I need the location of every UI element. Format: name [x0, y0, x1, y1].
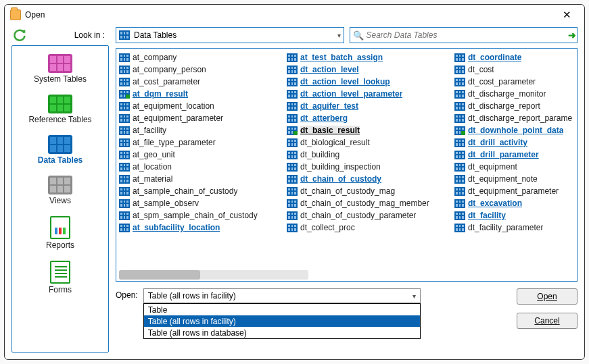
sidebar-item-data-tables[interactable]: Data Tables	[12, 132, 108, 167]
list-item[interactable]: dt_discharge_report	[452, 100, 578, 112]
list-item[interactable]: at_equipment_location	[116, 100, 284, 112]
list-item[interactable]: dt_atterberg	[284, 112, 452, 124]
table-icon	[119, 151, 130, 159]
list-item[interactable]: dt_cost	[452, 63, 578, 76]
list-item[interactable]: dt_equipment_parameter	[452, 185, 578, 197]
table-name: dt_equipment	[468, 162, 517, 172]
sidebar-item-views[interactable]: Views	[12, 173, 108, 208]
list-item[interactable]: dt_downhole_point_data	[452, 124, 578, 136]
list-item[interactable]: dt_basic_result	[284, 124, 452, 136]
open-as-dropdown[interactable]: TableTable (all rows in facility)Table (…	[143, 303, 421, 339]
list-item[interactable]: dt_action_level	[284, 63, 452, 76]
dropdown-option[interactable]: Table (all rows in facility)	[144, 315, 420, 327]
list-item[interactable]: dt_cost_parameter	[452, 76, 578, 88]
table-icon	[454, 211, 465, 220]
list-item[interactable]: at_location	[116, 161, 284, 173]
cancel-button[interactable]: Cancel	[517, 313, 578, 329]
refresh-button[interactable]	[11, 27, 28, 43]
look-in-combo[interactable]: Data Tables ▾	[116, 27, 344, 43]
list-item[interactable]: at_test_batch_assign	[284, 51, 452, 63]
table-icon	[287, 163, 298, 172]
table-icon	[48, 135, 72, 154]
list-item[interactable]: dt_drill_activity	[452, 136, 578, 149]
list-item[interactable]: at_facility	[116, 124, 284, 136]
search-go-icon[interactable]: ➜	[568, 30, 574, 41]
list-item[interactable]: at_cost_parameter	[116, 76, 284, 88]
list-item[interactable]: dt_aquifer_test	[284, 100, 452, 112]
list-item[interactable]: dt_chain_of_custody_parameter	[284, 209, 452, 222]
list-item[interactable]: at_dqm_result	[116, 88, 284, 100]
table-name: dt_biological_result	[300, 138, 370, 147]
list-item[interactable]: at_sample_observ	[116, 197, 284, 209]
table-icon	[454, 53, 465, 62]
sidebar-item-reports[interactable]: Reports	[12, 213, 108, 253]
sidebar-item-system-tables[interactable]: System Tables	[12, 51, 108, 86]
table-icon	[454, 163, 465, 172]
horizontal-scrollbar[interactable]	[119, 270, 308, 280]
list-item[interactable]: dt_chain_of_custody	[284, 173, 452, 185]
table-name: at_subfacility_location	[133, 223, 220, 232]
open-as-label: Open:	[116, 288, 138, 300]
list-item[interactable]: dt_building_inspection	[284, 161, 452, 173]
sidebar-item-reference-tables[interactable]: Reference Tables	[12, 92, 108, 127]
dropdown-option[interactable]: Table	[144, 304, 420, 315]
table-icon	[287, 224, 298, 232]
table-name: dt_cost	[468, 65, 494, 74]
table-icon	[454, 78, 465, 86]
list-item[interactable]: at_subfacility_location	[116, 222, 284, 234]
table-icon	[454, 66, 465, 74]
list-item[interactable]: dt_coordinate	[452, 51, 578, 63]
list-item[interactable]: dt_biological_result	[284, 136, 452, 149]
list-item[interactable]: at_spm_sample_chain_of_custody	[116, 209, 284, 222]
chevron-down-icon: ▾	[337, 32, 341, 39]
table-name: dt_drill_parameter	[468, 150, 539, 159]
table-name: dt_chain_of_custody_parameter	[300, 211, 416, 220]
scrollbar-thumb[interactable]	[119, 270, 200, 280]
list-item[interactable]: dt_discharge_report_parame	[452, 112, 578, 124]
open-button[interactable]: Open	[517, 288, 578, 305]
close-button[interactable]: ✕	[555, 9, 579, 21]
sidebar-item-label: Data Tables	[38, 155, 83, 165]
search-box[interactable]: 🔍 ➜	[350, 27, 578, 43]
table-icon	[119, 224, 130, 232]
table-name: at_cost_parameter	[133, 77, 200, 86]
list-item[interactable]: dt_chain_of_custody_mag	[284, 185, 452, 197]
table-icon	[48, 95, 72, 113]
list-item[interactable]: dt_equipment_note	[452, 173, 578, 185]
table-icon	[119, 175, 130, 184]
open-as-combo[interactable]: Table (all rows in facility) ▾ TableTabl…	[143, 288, 421, 303]
list-item[interactable]: dt_drill_parameter	[452, 149, 578, 161]
list-item[interactable]: dt_facility	[452, 209, 578, 222]
table-name: dt_aquifer_test	[300, 101, 358, 111]
list-item[interactable]: dt_discharge_monitor	[452, 88, 578, 100]
list-item[interactable]: at_file_type_parameter	[116, 136, 284, 149]
table-icon	[454, 114, 465, 123]
list-item[interactable]: dt_action_level_parameter	[284, 88, 452, 100]
table-name: at_facility	[133, 126, 166, 135]
list-item[interactable]: dt_equipment	[452, 161, 578, 173]
table-list[interactable]: at_companyat_company_personat_cost_param…	[116, 48, 578, 282]
list-item[interactable]: at_sample_chain_of_custody	[116, 185, 284, 197]
table-name: at_company_person	[133, 65, 206, 74]
table-icon	[119, 199, 130, 208]
list-item[interactable]: at_geo_unit	[116, 149, 284, 161]
list-item[interactable]: dt_action_level_lookup	[284, 76, 452, 88]
dropdown-option[interactable]: Table (all rows in database)	[144, 327, 420, 338]
list-item[interactable]: dt_collect_proc	[284, 222, 452, 234]
list-item[interactable]: at_equipment_parameter	[116, 112, 284, 124]
list-item[interactable]: at_company	[116, 51, 284, 63]
list-item[interactable]: dt_excavation	[452, 197, 578, 209]
list-item[interactable]: at_company_person	[116, 63, 284, 76]
refresh-icon	[13, 28, 26, 42]
table-icon	[119, 30, 130, 40]
list-item[interactable]: dt_chain_of_custody_mag_member	[284, 197, 452, 209]
forms-icon	[50, 261, 70, 284]
table-name: dt_facility	[468, 211, 506, 220]
sidebar-item-label: Views	[49, 196, 71, 205]
search-input[interactable]	[367, 30, 569, 40]
list-item[interactable]: at_material	[116, 173, 284, 185]
list-item[interactable]: dt_facility_parameter	[452, 222, 578, 234]
table-name: dt_chain_of_custody	[300, 174, 381, 184]
sidebar-item-forms[interactable]: Forms	[12, 258, 108, 297]
list-item[interactable]: dt_building	[284, 149, 452, 161]
